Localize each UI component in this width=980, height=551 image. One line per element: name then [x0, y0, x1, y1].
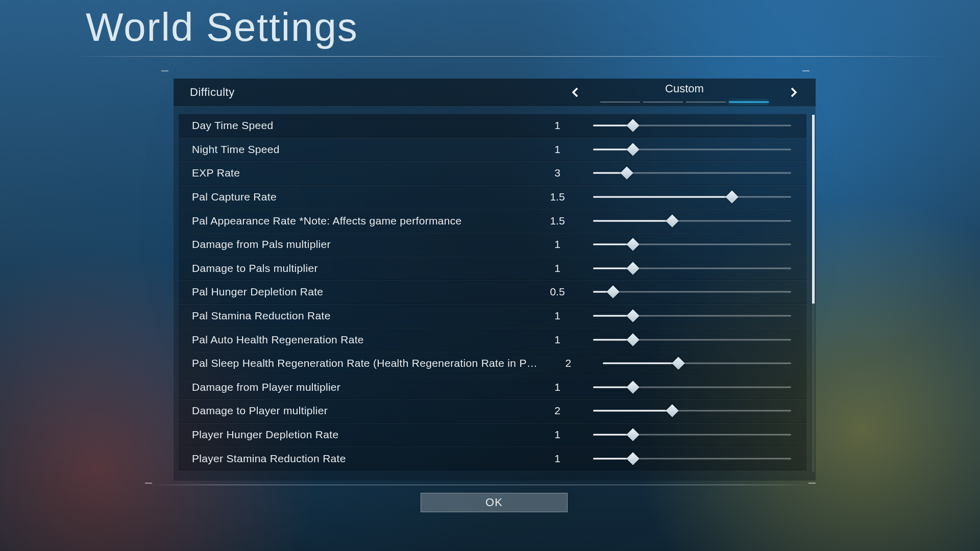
setting-slider[interactable] [603, 357, 791, 369]
slider-thumb[interactable] [666, 405, 678, 417]
difficulty-value: Custom [665, 82, 704, 95]
setting-label: Night Time Speed [192, 143, 537, 156]
slider-thumb[interactable] [626, 309, 639, 322]
slider-thumb[interactable] [672, 357, 684, 370]
slider-thumb[interactable] [626, 381, 639, 393]
setting-slider[interactable] [593, 453, 791, 465]
setting-slider[interactable] [593, 143, 791, 156]
setting-value: 1 [537, 381, 578, 393]
setting-row: Damage to Pals multiplier1 [179, 257, 806, 281]
chevron-right-icon[interactable] [787, 86, 799, 98]
setting-label: Day Time Speed [192, 119, 537, 132]
setting-slider[interactable] [593, 429, 791, 441]
slider-track [593, 291, 791, 293]
setting-row: Pal Hunger Depletion Rate0.5 [179, 280, 806, 304]
setting-value: 1 [537, 238, 578, 251]
slider-thumb[interactable] [626, 452, 639, 465]
setting-label: Pal Sleep Health Regeneration Rate (Heal… [192, 357, 549, 369]
setting-row: Pal Sleep Health Regeneration Rate (Heal… [179, 352, 806, 375]
difficulty-selector[interactable]: Custom [600, 82, 769, 103]
setting-label: Player Stamina Reduction Rate [192, 453, 537, 465]
setting-value: 1 [537, 453, 578, 465]
scrollbar-thumb[interactable] [812, 115, 815, 304]
page-title: World Settings [86, 4, 358, 51]
setting-slider[interactable] [593, 405, 791, 417]
slider-thumb[interactable] [626, 333, 639, 346]
setting-row: Pal Appearance Rate *Note: Affects game … [179, 209, 806, 233]
chevron-left-icon[interactable] [570, 86, 582, 98]
setting-label: Pal Appearance Rate *Note: Affects game … [192, 215, 537, 227]
setting-slider[interactable] [593, 167, 791, 179]
setting-row: Night Time Speed1 [179, 138, 806, 162]
slider-thumb[interactable] [666, 214, 678, 227]
setting-row: Damage from Pals multiplier1 [179, 233, 806, 257]
setting-row: Player Stamina Reduction Rate1 [179, 446, 806, 470]
setting-row: Damage to Player multiplier2 [179, 399, 806, 423]
slider-fill [593, 220, 672, 221]
setting-label: Pal Stamina Reduction Rate [192, 310, 537, 322]
setting-row: Day Time Speed1 [179, 114, 806, 138]
title-divider [71, 56, 949, 57]
setting-label: Pal Hunger Depletion Rate [192, 286, 537, 298]
setting-slider[interactable] [593, 191, 791, 203]
settings-panel: Difficulty Custom Day Time Speed1Night T… [174, 79, 816, 481]
setting-row: Pal Auto Health Regeneration Rate1 [179, 328, 806, 352]
setting-slider[interactable] [593, 215, 791, 227]
setting-label: EXP Rate [192, 167, 537, 179]
setting-label: Pal Auto Health Regeneration Rate [192, 334, 537, 346]
setting-value: 2 [537, 405, 578, 417]
setting-row: Pal Stamina Reduction Rate1 [179, 304, 806, 328]
setting-value: 3 [537, 167, 578, 179]
setting-label: Damage to Player multiplier [192, 405, 537, 417]
slider-fill [603, 363, 678, 364]
setting-value: 1 [537, 262, 578, 274]
setting-slider[interactable] [593, 286, 791, 298]
setting-row: Player Hunger Depletion Rate1 [179, 423, 806, 447]
setting-slider[interactable] [593, 119, 791, 132]
difficulty-label: Difficulty [190, 86, 235, 99]
setting-slider[interactable] [593, 334, 791, 346]
setting-value: 1 [537, 429, 578, 441]
setting-row: Pal Capture Rate1.5 [179, 185, 806, 209]
setting-row: Damage from Player multiplier1 [179, 375, 806, 399]
setting-value: 1 [537, 143, 578, 156]
scrollbar[interactable] [812, 115, 815, 472]
corner-tick [802, 70, 810, 71]
setting-slider[interactable] [593, 381, 791, 393]
setting-value: 1 [537, 119, 578, 132]
setting-value: 0.5 [537, 286, 578, 298]
setting-value: 1.5 [537, 191, 578, 203]
settings-list: Day Time Speed1Night Time Speed1EXP Rate… [179, 114, 806, 479]
slider-thumb[interactable] [626, 262, 639, 274]
slider-thumb[interactable] [725, 190, 738, 203]
setting-label: Damage from Player multiplier [192, 381, 537, 393]
ok-button[interactable]: OK [421, 493, 568, 512]
setting-value: 2 [549, 357, 587, 369]
setting-label: Pal Capture Rate [192, 191, 537, 203]
slider-thumb[interactable] [626, 119, 639, 132]
setting-slider[interactable] [593, 310, 791, 322]
setting-value: 1.5 [537, 215, 578, 227]
corner-tick [145, 483, 152, 484]
slider-thumb[interactable] [620, 167, 633, 180]
setting-value: 1 [537, 310, 578, 322]
corner-tick [161, 70, 168, 71]
difficulty-row: Difficulty Custom [174, 79, 816, 107]
bottom-divider [148, 485, 812, 485]
slider-thumb[interactable] [626, 428, 639, 441]
slider-thumb[interactable] [606, 286, 619, 298]
setting-label: Damage from Pals multiplier [192, 238, 537, 251]
setting-slider[interactable] [593, 238, 791, 251]
slider-fill [593, 196, 732, 198]
setting-value: 1 [537, 334, 578, 346]
setting-label: Player Hunger Depletion Rate [192, 429, 537, 441]
slider-thumb[interactable] [626, 143, 639, 156]
setting-label: Damage to Pals multiplier [192, 262, 537, 274]
corner-tick [808, 483, 816, 484]
slider-thumb[interactable] [626, 238, 639, 251]
setting-slider[interactable] [593, 262, 791, 274]
slider-fill [593, 410, 672, 412]
setting-row: EXP Rate3 [179, 161, 806, 185]
